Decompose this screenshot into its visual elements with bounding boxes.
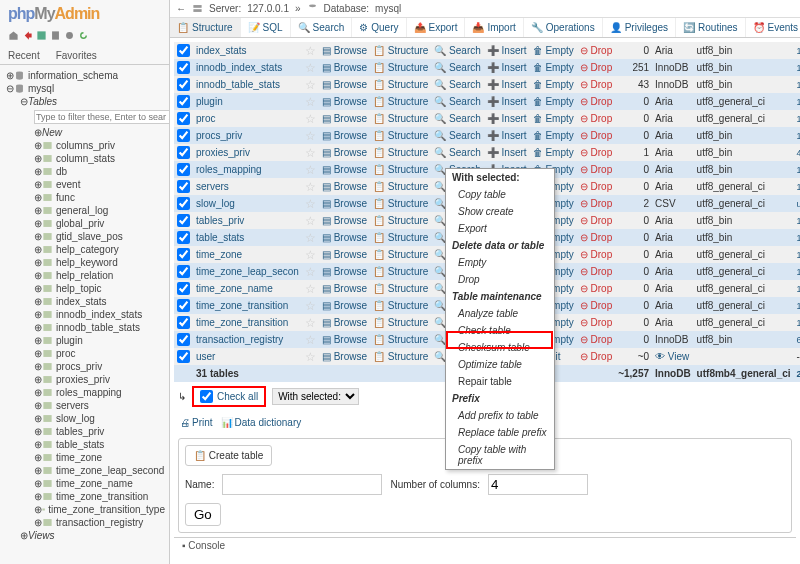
drop-link[interactable]: ⊖ Drop <box>580 317 612 328</box>
ctx-check[interactable]: Check table <box>446 322 554 339</box>
drop-link[interactable]: ⊖ Drop <box>580 283 612 294</box>
search-link[interactable]: 🔍 Search <box>434 62 480 73</box>
tree-table-func[interactable]: ⊕ func <box>30 191 167 204</box>
row-checkbox[interactable] <box>177 180 190 193</box>
tree-table-time_zone_leap_second[interactable]: ⊕ time_zone_leap_second <box>30 464 167 477</box>
browse-link[interactable]: ▤ Browse <box>322 130 367 141</box>
favorite-icon[interactable]: ☆ <box>305 333 316 347</box>
browse-link[interactable]: ▤ Browse <box>322 215 367 226</box>
drop-link[interactable]: ⊖ Drop <box>580 130 612 141</box>
drop-link[interactable]: ⊖ Drop <box>580 249 612 260</box>
ctx-drop[interactable]: Drop <box>446 271 554 288</box>
tab-favorites[interactable]: Favorites <box>48 47 105 64</box>
empty-link[interactable]: 🗑 Empty <box>533 130 574 141</box>
tree-table-proc[interactable]: ⊕ proc <box>30 347 167 360</box>
favorite-icon[interactable]: ☆ <box>305 112 316 126</box>
table-name-link[interactable]: transaction_registry <box>196 334 283 345</box>
row-checkbox[interactable] <box>177 146 190 159</box>
tree-table-help_category[interactable]: ⊕ help_category <box>30 243 167 256</box>
search-link[interactable]: 🔍 Search <box>434 96 480 107</box>
table-name-link[interactable]: time_zone_transition <box>196 300 288 311</box>
favorite-icon[interactable]: ☆ <box>305 146 316 160</box>
structure-link[interactable]: 📋 Structure <box>373 62 428 73</box>
browse-link[interactable]: ▤ Browse <box>322 283 367 294</box>
insert-link[interactable]: ➕ Insert <box>487 147 527 158</box>
structure-link[interactable]: 📋 Structure <box>373 317 428 328</box>
row-checkbox[interactable] <box>177 316 190 329</box>
search-link[interactable]: 🔍 Search <box>434 130 480 141</box>
structure-link[interactable]: 📋 Structure <box>373 45 428 56</box>
structure-link[interactable]: 📋 Structure <box>373 198 428 209</box>
row-checkbox[interactable] <box>177 61 190 74</box>
table-name-link[interactable]: innodb_index_stats <box>196 62 282 73</box>
search-link[interactable]: 🔍 Search <box>434 147 480 158</box>
tab-recent[interactable]: Recent <box>0 47 48 64</box>
tree-table-index_stats[interactable]: ⊕ index_stats <box>30 295 167 308</box>
table-name-link[interactable]: user <box>196 351 215 362</box>
tree-table-servers[interactable]: ⊕ servers <box>30 399 167 412</box>
insert-link[interactable]: ➕ Insert <box>487 79 527 90</box>
favorite-icon[interactable]: ☆ <box>305 231 316 245</box>
ctx-copy-table[interactable]: Copy table <box>446 186 554 203</box>
favorite-icon[interactable]: ☆ <box>305 61 316 75</box>
tab-search[interactable]: 🔍Search <box>291 18 353 37</box>
browse-link[interactable]: ▤ Browse <box>322 249 367 260</box>
logout-icon[interactable] <box>22 30 33 41</box>
browse-link[interactable]: ▤ Browse <box>322 266 367 277</box>
browse-link[interactable]: ▤ Browse <box>322 96 367 107</box>
settings-icon[interactable] <box>64 30 75 41</box>
search-link[interactable]: 🔍 Search <box>434 45 480 56</box>
tree-tables-group[interactable]: ⊖ Tables <box>16 95 167 108</box>
browse-link[interactable]: ▤ Browse <box>322 164 367 175</box>
favorite-icon[interactable]: ☆ <box>305 316 316 330</box>
tree-table-help_relation[interactable]: ⊕ help_relation <box>30 269 167 282</box>
drop-link[interactable]: ⊖ Drop <box>580 266 612 277</box>
tree-table-innodb_table_stats[interactable]: ⊕ innodb_table_stats <box>30 321 167 334</box>
row-checkbox[interactable] <box>177 95 190 108</box>
tree-table-general_log[interactable]: ⊕ general_log <box>30 204 167 217</box>
row-checkbox[interactable] <box>177 248 190 261</box>
check-all-checkbox[interactable] <box>200 390 213 403</box>
structure-link[interactable]: 📋 Structure <box>373 130 428 141</box>
row-checkbox[interactable] <box>177 333 190 346</box>
structure-link[interactable]: 📋 Structure <box>373 181 428 192</box>
structure-link[interactable]: 📋 Structure <box>373 113 428 124</box>
tree-table-slow_log[interactable]: ⊕ slow_log <box>30 412 167 425</box>
tree-table-proxies_priv[interactable]: ⊕ proxies_priv <box>30 373 167 386</box>
tab-privileges[interactable]: 👤Privileges <box>603 18 676 37</box>
tab-query[interactable]: ⚙Query <box>352 18 406 37</box>
tree-table-db[interactable]: ⊕ db <box>30 165 167 178</box>
table-name-link[interactable]: time_zone_leap_secon <box>196 266 299 277</box>
ctx-show-create[interactable]: Show create <box>446 203 554 220</box>
drop-link[interactable]: ⊖ Drop <box>580 164 612 175</box>
search-link[interactable]: 🔍 Search <box>434 113 480 124</box>
table-name-link[interactable]: time_zone_transition <box>196 317 288 328</box>
view-link[interactable]: 👁 View <box>655 351 689 362</box>
tree-table-column_stats[interactable]: ⊕ column_stats <box>30 152 167 165</box>
structure-link[interactable]: 📋 Structure <box>373 79 428 90</box>
sql-icon[interactable] <box>36 30 47 41</box>
row-checkbox[interactable] <box>177 112 190 125</box>
empty-link[interactable]: 🗑 Empty <box>533 113 574 124</box>
drop-link[interactable]: ⊖ Drop <box>580 62 612 73</box>
drop-link[interactable]: ⊖ Drop <box>580 232 612 243</box>
empty-link[interactable]: 🗑 Empty <box>533 96 574 107</box>
tree-table-plugin[interactable]: ⊕ plugin <box>30 334 167 347</box>
ctx-copy-prefix[interactable]: Copy table with prefix <box>446 441 554 469</box>
drop-link[interactable]: ⊖ Drop <box>580 181 612 192</box>
favorite-icon[interactable]: ☆ <box>305 265 316 279</box>
table-name-link[interactable]: time_zone_name <box>196 283 273 294</box>
browse-link[interactable]: ▤ Browse <box>322 334 367 345</box>
tree-table-global_priv[interactable]: ⊕ global_priv <box>30 217 167 230</box>
go-button[interactable]: Go <box>185 503 221 526</box>
data-dictionary-link[interactable]: 📊 Data dictionary <box>221 417 302 428</box>
ctx-repair[interactable]: Repair table <box>446 373 554 390</box>
favorite-icon[interactable]: ☆ <box>305 248 316 262</box>
row-checkbox[interactable] <box>177 299 190 312</box>
table-name-link[interactable]: plugin <box>196 96 223 107</box>
row-checkbox[interactable] <box>177 231 190 244</box>
favorite-icon[interactable]: ☆ <box>305 282 316 296</box>
favorite-icon[interactable]: ☆ <box>305 197 316 211</box>
row-checkbox[interactable] <box>177 163 190 176</box>
tree-table-help_keyword[interactable]: ⊕ help_keyword <box>30 256 167 269</box>
